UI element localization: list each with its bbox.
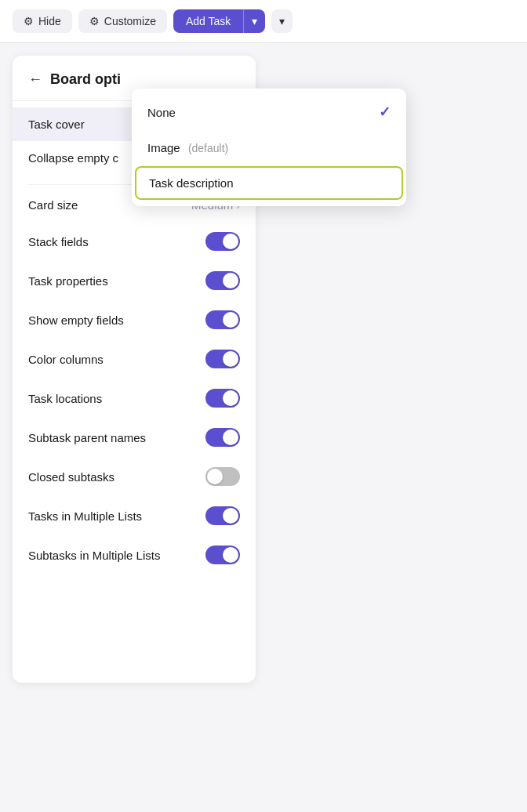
task-properties-toggle[interactable] [205,271,240,290]
toggle-knob [223,430,238,445]
task-properties-row[interactable]: Task properties [13,261,256,300]
tasks-in-multiple-lists-label: Tasks in Multiple Lists [28,509,142,523]
task-locations-row[interactable]: Task locations [13,379,256,418]
subtask-parent-names-toggle[interactable] [205,428,240,447]
image-default-tag: (default) [188,142,228,154]
dropdown-none-item[interactable]: None ✓ [132,93,406,131]
task-properties-label: Task properties [28,274,108,288]
main-area: ← Board opti Task cover Collapse empty c… [0,43,527,683]
subtasks-in-multiple-lists-toggle[interactable] [205,546,240,564]
panel-title: Board opti [50,71,121,88]
toggle-knob [223,234,238,249]
dropdown-task-description-item[interactable]: Task description [135,166,403,200]
toggle-knob [207,469,223,484]
image-label: Image [147,141,180,154]
show-empty-fields-toggle[interactable] [205,310,240,329]
closed-subtasks-label: Closed subtasks [28,470,114,484]
toggle-knob [223,508,238,524]
dropdown-image-item[interactable]: Image (default) [132,131,406,165]
toggle-knob [223,390,238,406]
toggle-knob [223,312,238,328]
stack-fields-toggle[interactable] [205,232,240,251]
card-size-label: Card size [28,198,78,212]
task-cover-dropdown: None ✓ Image (default) Task description [132,89,406,206]
task-locations-label: Task locations [28,392,102,405]
sliders-icon: ⚙ [24,15,34,27]
color-columns-label: Color columns [28,353,104,366]
more-options-button[interactable]: ▾ [271,9,293,33]
stack-fields-row[interactable]: Stack fields [13,222,256,261]
customize-button[interactable]: ⚙ Customize [78,9,167,33]
check-icon: ✓ [379,103,391,121]
closed-subtasks-toggle[interactable] [205,467,240,486]
color-columns-row[interactable]: Color columns [13,339,256,379]
gear-icon: ⚙ [89,15,100,27]
subtask-parent-names-label: Subtask parent names [28,431,146,444]
subtasks-in-multiple-lists-label: Subtasks in Multiple Lists [28,549,160,562]
image-label-group: Image (default) [147,141,228,154]
add-task-button[interactable]: Add Task [173,9,243,33]
closed-subtasks-row[interactable]: Closed subtasks [13,457,256,496]
tasks-in-multiple-lists-toggle[interactable] [205,506,240,525]
collapse-empty-label: Collapse empty c [28,151,118,165]
chevron-down-icon-2: ▾ [279,15,285,27]
task-locations-toggle[interactable] [205,389,240,408]
subtask-parent-names-row[interactable]: Subtask parent names [13,418,256,457]
show-empty-fields-row[interactable]: Show empty fields [13,300,256,339]
hide-button[interactable]: ⚙ Hide [13,9,72,33]
none-label: None [147,106,176,119]
tasks-in-multiple-lists-row[interactable]: Tasks in Multiple Lists [13,496,256,535]
task-cover-label: Task cover [28,118,85,131]
add-task-group: Add Task ▾ [173,9,265,33]
toggle-knob [223,547,238,563]
customize-label: Customize [104,15,156,27]
show-empty-fields-label: Show empty fields [28,314,124,327]
toolbar: ⚙ Hide ⚙ Customize Add Task ▾ ▾ [0,0,527,43]
chevron-down-icon: ▾ [252,15,257,27]
add-task-caret-button[interactable]: ▾ [243,9,265,33]
color-columns-toggle[interactable] [205,350,240,368]
stack-fields-label: Stack fields [28,235,89,248]
toggle-knob [223,351,238,367]
add-task-label: Add Task [186,15,231,27]
task-description-label: Task description [149,176,234,190]
subtasks-in-multiple-lists-row[interactable]: Subtasks in Multiple Lists [13,535,256,575]
toggle-knob [223,273,238,288]
back-button[interactable]: ← [28,71,42,88]
hide-label: Hide [38,15,61,27]
